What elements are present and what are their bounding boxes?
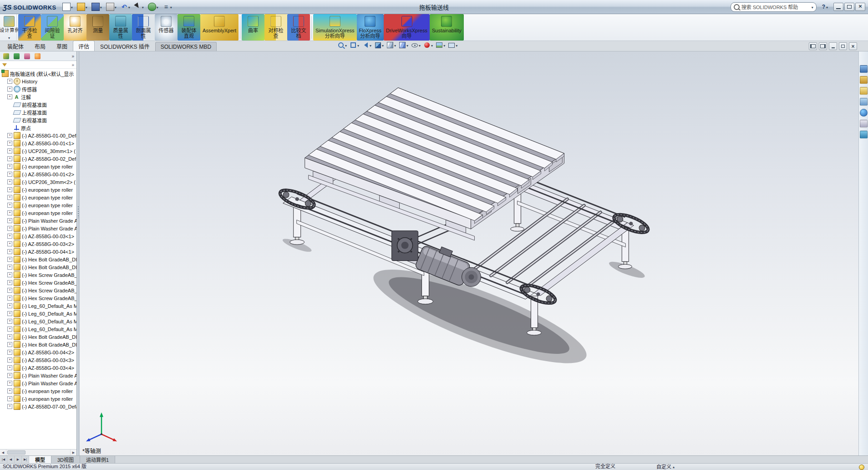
command-tab[interactable]: 装配体	[2, 41, 29, 51]
expander-icon[interactable]: +	[7, 218, 12, 223]
filter-overflow-icon[interactable]	[71, 62, 74, 67]
expander-icon[interactable]: +	[7, 94, 12, 99]
tree-component-row[interactable]: + (-) AZ-8558G-00-03<2>	[0, 240, 76, 248]
scroll-right-button[interactable]	[70, 450, 76, 455]
tree-item[interactable]: 上视基准面	[0, 108, 76, 116]
expander-icon[interactable]: +	[7, 303, 12, 308]
design-study-button[interactable]: 设计算例	[2, 14, 17, 41]
expander-icon[interactable]: +	[7, 87, 12, 92]
view-tool-button[interactable]	[399, 42, 408, 48]
ribbon-button[interactable]: 测量	[86, 14, 109, 41]
task-pane-tab-icon[interactable]	[860, 109, 868, 117]
ribbon-button[interactable]: 传感器	[155, 14, 178, 41]
ribbon-button[interactable]: 对称检查	[264, 14, 287, 41]
quick-toolbar-button[interactable]	[90, 2, 103, 12]
expander-icon[interactable]: +	[7, 296, 12, 301]
document-window-button[interactable]	[849, 42, 857, 50]
view-tool-button[interactable]	[411, 42, 421, 48]
tree-component-row[interactable]: + (-) Hex Screw GradeAB_	[0, 279, 76, 286]
tree-component-row[interactable]: + (-) Leg_60_Default_As M	[0, 310, 76, 317]
ribbon-button[interactable]: 孔对齐	[64, 14, 86, 41]
tree-component-row[interactable]: + (-) Hex Bolt GradeAB_DI	[0, 255, 76, 263]
tree-component-row[interactable]: + (-) Hex Screw GradeAB_	[0, 294, 76, 302]
expander-icon[interactable]: +	[7, 388, 12, 393]
tree-component-row[interactable]: + (-) Leg_60_Default_As M	[0, 325, 76, 333]
tab-scroll-next-button[interactable]	[15, 456, 22, 463]
scrollbar-thumb[interactable]	[7, 450, 25, 455]
expander-icon[interactable]: +	[7, 234, 12, 239]
quick-toolbar-button[interactable]	[133, 2, 145, 11]
tree-item[interactable]: + 传感器	[0, 85, 76, 93]
tree-component-row[interactable]: + (-) AZ-8558G-00-03<4>	[0, 364, 76, 372]
manager-tab[interactable]	[22, 52, 31, 61]
filter-icon[interactable]	[2, 63, 7, 66]
ribbon-button[interactable]	[311, 16, 312, 39]
quick-tips-icon[interactable]	[859, 465, 864, 470]
command-tab[interactable]: SOLIDWORKS MBD	[155, 42, 217, 51]
maximize-button[interactable]	[844, 3, 854, 11]
minimize-button[interactable]	[833, 3, 843, 11]
close-button[interactable]	[855, 3, 865, 11]
chevron-down-icon[interactable]	[812, 4, 813, 10]
orientation-triad[interactable]	[86, 413, 117, 442]
manager-tab[interactable]	[12, 52, 21, 61]
task-pane-tab-icon[interactable]	[860, 131, 868, 138]
view-tool-button[interactable]	[338, 42, 347, 48]
ribbon-button[interactable]: AssemblyXpert	[200, 14, 239, 41]
expander-icon[interactable]: +	[7, 187, 12, 192]
ribbon-button[interactable]: 剖面属性	[132, 14, 155, 41]
expander-icon[interactable]: +	[7, 265, 12, 270]
task-pane-tab-icon[interactable]	[860, 87, 868, 95]
command-tab[interactable]: 草图	[51, 41, 73, 51]
expander-icon[interactable]: +	[7, 373, 12, 378]
task-pane-tab-icon[interactable]	[860, 65, 868, 73]
document-window-button[interactable]	[819, 42, 827, 50]
tree-root-item[interactable]: 拖板输送线 (默认<默认_显示	[0, 70, 76, 77]
expander-icon[interactable]: +	[7, 358, 12, 363]
tree-component-row[interactable]: + (-) Hex Bolt GradeAB_DI	[0, 263, 76, 271]
tree-component-row[interactable]: + (-) AZ-8558G-00-03<1>	[0, 232, 76, 240]
tree-component-row[interactable]: + (-) AZ-8558G-00-01<1>	[0, 139, 76, 147]
view-tool-button[interactable]	[350, 42, 359, 48]
view-tab[interactable]: 运动算例1	[80, 456, 115, 463]
tree-component-row[interactable]: + (-) Leg_60_Default_As M	[0, 302, 76, 310]
expander-icon[interactable]: +	[7, 311, 12, 316]
tree-component-row[interactable]: + (-) Hex Screw GradeAB_	[0, 286, 76, 294]
ribbon-button[interactable]: SimulationXpress分析向导	[313, 14, 357, 41]
command-tab[interactable]: SOLIDWORKS 插件	[95, 41, 155, 51]
expander-icon[interactable]: +	[7, 210, 12, 215]
tree-component-row[interactable]: + (-) Plain Washer Grade A	[0, 217, 76, 225]
view-tool-button[interactable]	[424, 42, 433, 48]
ribbon-button[interactable]: Sustainability	[430, 14, 464, 41]
quick-toolbar-button[interactable]	[76, 2, 89, 12]
ribbon-button[interactable]: 间隙验证	[41, 14, 64, 41]
tree-item[interactable]: 右视基准面	[0, 116, 76, 124]
ribbon-button[interactable]: DriveWorksXpress向导	[384, 14, 430, 41]
tree-component-row[interactable]: + (-) european type roller	[0, 387, 76, 395]
expander-icon[interactable]: +	[7, 350, 12, 355]
model-3d-viewport[interactable]	[80, 51, 858, 455]
ribbon-button[interactable]: FloXpress分析向导	[357, 14, 384, 41]
expander-icon[interactable]: +	[7, 381, 12, 386]
tree-component-row[interactable]: + (-) european type roller	[0, 209, 76, 217]
ribbon-button[interactable]	[240, 16, 240, 39]
ribbon-button[interactable]: 比较文档	[287, 14, 310, 41]
tree-component-row[interactable]: + (-) AZ-8558D-07-00_Defa	[0, 403, 76, 410]
tab-scroll-first-button[interactable]	[0, 456, 7, 463]
manager-tab[interactable]	[33, 52, 42, 61]
tree-component-row[interactable]: + (-) european type roller	[0, 201, 76, 209]
task-pane-tab-icon[interactable]	[860, 76, 868, 84]
quick-toolbar-button[interactable]	[61, 2, 74, 12]
tree-component-row[interactable]: + (-) Plain Washer Grade A	[0, 225, 76, 232]
expander-icon[interactable]: +	[7, 365, 12, 370]
document-window-button[interactable]	[829, 42, 837, 50]
tree-component-row[interactable]: + (-) Leg_60_Default_As M	[0, 317, 76, 325]
tab-scroll-last-button[interactable]	[22, 456, 29, 463]
command-tab[interactable]: 评估	[73, 41, 95, 51]
expander-icon[interactable]: +	[7, 156, 12, 161]
ribbon-button[interactable]: 装配体直观	[178, 14, 200, 41]
tree-component-row[interactable]: + (-) Plain Washer Grade A	[0, 379, 76, 387]
expander-icon[interactable]: +	[7, 164, 12, 169]
command-tab[interactable]: 布局	[29, 41, 51, 51]
tree-item[interactable]: + History	[0, 77, 76, 85]
